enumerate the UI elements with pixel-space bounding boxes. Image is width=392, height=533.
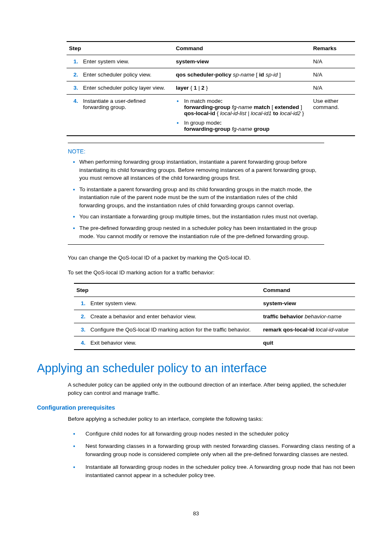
note-label: NOTE: [68, 148, 324, 155]
table2-header-step: Step [74, 283, 261, 297]
task-list: Configure child nodes for all forwarding… [85, 430, 355, 480]
table-row: 1. Enter system view. system-view N/A [67, 55, 355, 68]
list-item: To instantiate a parent forwarding group… [79, 185, 324, 210]
section-heading: Applying an scheduler policy to an inter… [37, 362, 355, 375]
paragraph: You can change the QoS-local ID of a pac… [68, 254, 355, 262]
table1-header-command: Command [173, 42, 311, 55]
list-item: The pre-defined forwarding group nested … [79, 224, 324, 240]
subsection-heading: Configuration prerequisites [37, 404, 355, 411]
list-item: When performing forwarding group instant… [79, 158, 324, 182]
list-item: You can instantiate a forwarding group m… [79, 213, 324, 221]
table1-header-remarks: Remarks [311, 42, 355, 55]
table-row: 3. Configure the QoS-local ID marking ac… [74, 323, 355, 336]
paragraph: A scheduler policy can be applied only i… [68, 381, 355, 397]
paragraph: Before applying a scheduler policy to an… [68, 415, 355, 423]
paragraph: To set the QoS-local ID marking action f… [68, 269, 355, 277]
table-row: 2. Enter scheduler policy view. qos sche… [67, 68, 355, 81]
table-row: 3. Enter scheduler policy layer view. la… [67, 81, 355, 95]
table-row: 1. Enter system view. system-view [74, 297, 355, 310]
steps-table-2: Step Command 1. Enter system view. syste… [74, 283, 355, 350]
table-row: 4. Exit behavior view. quit [74, 336, 355, 350]
steps-table-1: Step Command Remarks 1. Enter system vie… [67, 41, 355, 136]
note-list: When performing forwarding group instant… [68, 158, 324, 240]
list-item: Configure child nodes for all forwarding… [85, 430, 355, 438]
table1-header-step: Step [67, 42, 173, 55]
table2-header-command: Command [261, 283, 355, 297]
note-box: NOTE: When performing forwarding group i… [68, 143, 324, 245]
list-item: Instantiate all forwarding group nodes i… [85, 463, 355, 480]
table-row: 4. Instantiate a user-defined forwarding… [67, 95, 355, 136]
table-row: 2. Create a behavior and enter behavior … [74, 310, 355, 323]
list-item: Nest forwarding classes in a forwarding … [85, 442, 355, 459]
page-number: 83 [0, 510, 392, 517]
